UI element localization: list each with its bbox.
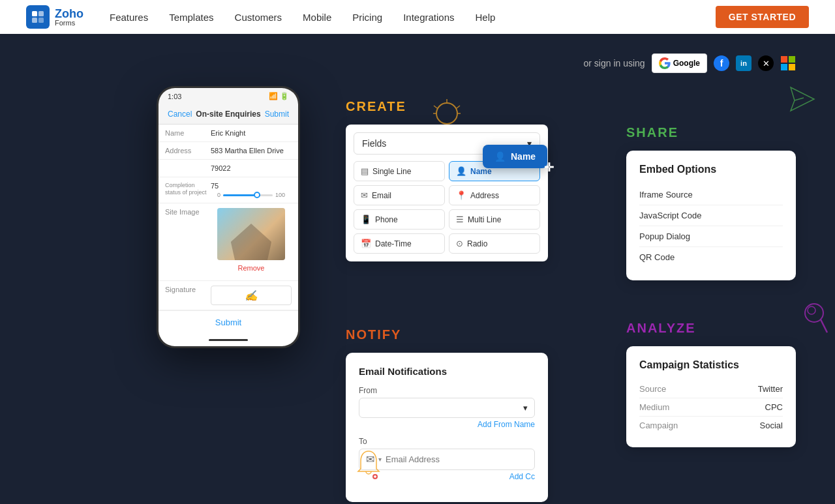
field-phone[interactable]: 📱 Phone (354, 209, 445, 230)
phone-submit-button[interactable]: Submit (215, 318, 241, 327)
phone-status-bar: 1:03 📶 🔋 (159, 88, 298, 104)
bell-decoration (356, 448, 382, 483)
nav-mobile[interactable]: Mobile (303, 12, 331, 23)
linkedin-signin-button[interactable]: in (736, 55, 752, 71)
twitter-x-signin-button[interactable]: ✕ (758, 55, 774, 71)
embed-iframe-source[interactable]: Iframe Source (639, 185, 783, 205)
single-line-icon: ▤ (361, 166, 369, 176)
notify-to-group: To ✉ ▾ Add Cc (359, 437, 535, 481)
phone-field-completion: Completion status of project 75 0 100 (159, 177, 298, 203)
logo-icon (26, 5, 50, 29)
move-cursor-icon: ✛ (544, 160, 554, 175)
share-label: SHARE (626, 125, 796, 140)
analyze-label: ANALYZE (626, 321, 796, 336)
signin-label: or sign in using (583, 58, 645, 68)
field-address[interactable]: 📍 Address (449, 185, 540, 205)
field-radio-label: Radio (467, 239, 487, 248)
campaign-campaign-label: Campaign (639, 421, 678, 430)
phone-label-completion: Completion status of project (165, 182, 211, 198)
phone-construction-image (217, 208, 285, 260)
paper-plane-decoration (789, 86, 815, 115)
google-label: Google (673, 59, 700, 68)
phone-slider-track (223, 194, 273, 196)
phone-home-indicator (209, 339, 248, 341)
phone-bottom-bar (159, 333, 298, 346)
field-multi-line[interactable]: ☰ Multi Line (449, 209, 540, 230)
notify-to-input[interactable]: ✉ ▾ (359, 449, 535, 470)
notify-add-from-name-link[interactable]: Add From Name (359, 420, 535, 429)
campaign-medium-value: CPC (765, 402, 783, 412)
svg-rect-0 (32, 11, 37, 16)
phone-remove-button[interactable]: Remove (211, 264, 292, 276)
name-popup-label: Name (511, 151, 536, 162)
phone-form-header: Cancel On-site Enquiries Submit (159, 104, 298, 125)
email-address-input[interactable] (386, 454, 528, 464)
nav-integrations[interactable]: Integrations (403, 12, 454, 23)
campaign-statistics-card: Campaign Statistics Source Twitter Mediu… (626, 346, 796, 447)
svg-rect-4 (781, 56, 787, 63)
radio-icon: ⊙ (456, 239, 463, 248)
phone-cancel-button[interactable]: Cancel (168, 110, 192, 119)
phone-slider-max: 100 (275, 192, 285, 198)
phone-mockup: 1:03 📶 🔋 Cancel On-site Enquiries Submit… (157, 86, 300, 348)
phone-slider-min: 0 (217, 192, 220, 198)
field-date-time-label: Date-Time (375, 239, 412, 248)
embed-javascript-code[interactable]: JavaScript Code (639, 205, 783, 226)
campaign-source-label: Source (639, 384, 666, 394)
magnify-decoration (802, 301, 828, 336)
microsoft-signin-button[interactable] (780, 55, 796, 71)
phone-field-site-image: Site Image Remove (159, 203, 298, 281)
phone-form-body: Name Eric Knight Address 583 Martha Elle… (159, 125, 298, 333)
notify-from-input[interactable]: ▾ (359, 398, 535, 418)
logo-text-bottom: Forms (55, 20, 84, 27)
phone-signature-area[interactable]: ✍ (211, 286, 292, 305)
campaign-row-source: Source Twitter (639, 380, 783, 398)
phone-slider-value: 75 (211, 182, 292, 190)
nav-pricing[interactable]: Pricing (352, 12, 382, 23)
analyze-section: ANALYZE Campaign Statistics Source Twitt… (626, 321, 796, 447)
phone-value-zip: 79022 (211, 164, 292, 172)
field-single-line-label: Single Line (372, 167, 411, 176)
field-multi-line-label: Multi Line (468, 215, 501, 224)
notify-from-group: From ▾ Add From Name (359, 386, 535, 429)
field-date-time[interactable]: 📅 Date-Time (354, 233, 445, 254)
embed-popup-dialog[interactable]: Popup Dialog (639, 226, 783, 247)
phone-signature-value: ✍ (245, 289, 258, 302)
svg-line-17 (795, 98, 804, 100)
facebook-signin-button[interactable]: f (714, 55, 729, 71)
email-notifications-title: Email Notifications (359, 366, 535, 377)
address-icon: 📍 (456, 190, 466, 200)
phone-form-title: On-site Enquiries (196, 110, 260, 119)
svg-rect-5 (789, 56, 795, 63)
notify-from-label: From (359, 386, 535, 395)
notify-from-dropdown-icon: ▾ (523, 403, 528, 413)
field-radio[interactable]: ⊙ Radio (449, 233, 540, 254)
field-email[interactable]: ✉ Email (354, 185, 445, 205)
phone-submit-header-button[interactable]: Submit (265, 110, 289, 119)
google-signin-button[interactable]: Google (652, 53, 707, 73)
svg-rect-2 (32, 18, 37, 23)
nav-help[interactable]: Help (476, 12, 496, 23)
notify-add-cc-link[interactable]: Add Cc (359, 472, 535, 481)
svg-rect-3 (38, 18, 44, 23)
date-time-icon: 📅 (361, 239, 371, 248)
embed-qr-code[interactable]: QR Code (639, 247, 783, 267)
phone-icon: 📱 (361, 215, 371, 224)
nav-features[interactable]: Features (110, 12, 148, 23)
logo[interactable]: Zoho Forms (26, 5, 84, 29)
create-label: CREATE (346, 99, 548, 114)
phone-field-zip: 79022 (159, 160, 298, 177)
field-single-line[interactable]: ▤ Single Line (354, 161, 445, 181)
nav-templates[interactable]: Templates (169, 12, 213, 23)
phone-slider[interactable]: 0 100 (211, 192, 292, 198)
campaign-row-medium: Medium CPC (639, 398, 783, 417)
svg-rect-6 (781, 64, 787, 70)
phone-label-name: Name (165, 129, 211, 137)
get-started-button[interactable]: GET STARTED (716, 6, 809, 28)
phone-time: 1:03 (168, 93, 181, 100)
notify-to-label: To (359, 437, 535, 446)
phone-value-address: 583 Martha Ellen Drive (211, 147, 292, 155)
svg-point-20 (808, 306, 815, 314)
phone-label-site-image: Site Image (165, 208, 211, 216)
nav-customers[interactable]: Customers (235, 12, 282, 23)
